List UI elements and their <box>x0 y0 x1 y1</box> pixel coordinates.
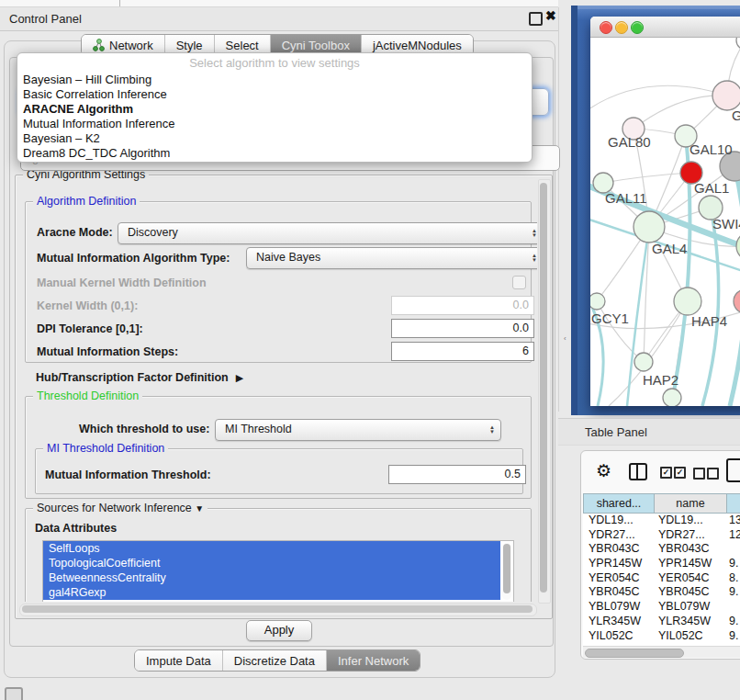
table-row[interactable]: YLR345WYLR345W9. <box>583 615 740 629</box>
mi-threshold-field[interactable]: 0.5 <box>388 465 526 484</box>
table-row[interactable]: YDL19...YDL19...13 <box>583 514 740 528</box>
tab-infer-network[interactable]: Infer Network <box>326 650 420 671</box>
list-item[interactable]: BetweennessCentrality <box>43 570 500 585</box>
tab-discretize-data[interactable]: Discretize Data <box>222 650 326 671</box>
minimize-window-icon[interactable] <box>615 21 628 34</box>
split-view-icon[interactable] <box>629 463 647 480</box>
table-cell[interactable]: 13 <box>727 514 740 528</box>
settings-vertical-scrollbar[interactable] <box>538 179 551 604</box>
kernel-width-field[interactable]: 0.0 <box>391 296 534 315</box>
table-cell[interactable]: 8. <box>727 571 740 586</box>
table-cell[interactable]: YER054C <box>583 571 655 586</box>
scrollbar-thumb[interactable] <box>503 544 510 593</box>
network-node[interactable] <box>633 211 665 243</box>
table-cell[interactable] <box>727 600 740 615</box>
attributes-scrollbar[interactable] <box>502 543 511 600</box>
select-all-icon[interactable]: ✓ <box>674 467 686 479</box>
collapsed-panel-icon[interactable] <box>5 687 23 700</box>
manual-kernel-checkbox[interactable] <box>512 276 526 289</box>
sources-legend[interactable]: Sources for Network Inference ▼ <box>33 502 207 514</box>
data-attributes-list[interactable]: SelfLoops TopologicalCoefficient Between… <box>42 540 514 602</box>
table-row[interactable]: YBR043CYBR043C <box>583 542 740 557</box>
list-item[interactable]: SelfLoops <box>43 541 500 556</box>
mi-steps-field[interactable]: 6 <box>391 342 534 361</box>
gear-icon[interactable]: ⚙ <box>596 460 611 481</box>
table-row[interactable]: YER054CYER054C8. <box>583 571 740 586</box>
table-cell[interactable]: YLR345W <box>655 615 727 629</box>
table-cell[interactable]: 9. <box>727 557 740 571</box>
splitter-collapse-icon[interactable]: ‹ <box>564 334 566 343</box>
table-cell[interactable]: YLR345W <box>583 615 655 629</box>
network-node[interactable] <box>674 288 701 315</box>
apply-button[interactable]: Apply <box>246 620 312 641</box>
zoom-window-icon[interactable] <box>631 21 644 34</box>
column-header-shared-name[interactable]: shared... <box>583 493 655 514</box>
table-cell[interactable]: 9. <box>727 615 740 629</box>
table-cell[interactable]: YIL052C <box>655 629 727 644</box>
menu-item-highlighted[interactable]: ARACNE Algorithm <box>23 102 133 116</box>
hub-definition-disclosure[interactable]: Hub/Transcription Factor Definition▶ <box>36 368 243 385</box>
table-cell[interactable]: YBR043C <box>583 542 655 557</box>
dpi-tolerance-field[interactable]: 0.0 <box>391 319 534 338</box>
network-window[interactable]: GALGAL80GAL10GAL1GAL11SWI4GAL4GCY1HAP4YH… <box>590 17 740 406</box>
close-panel-button[interactable]: ✖ <box>545 8 556 23</box>
network-node[interactable] <box>590 293 605 310</box>
float-panel-button[interactable] <box>529 12 543 26</box>
deselect-all-icon[interactable] <box>693 468 705 480</box>
table-cell[interactable]: YPR145W <box>583 557 655 571</box>
network-node[interactable] <box>634 353 653 371</box>
scrollbar-thumb[interactable] <box>22 605 533 613</box>
network-node[interactable] <box>736 38 740 50</box>
scrollbar-thumb[interactable] <box>540 183 547 593</box>
table-cell[interactable]: 9. <box>727 585 740 600</box>
table-cell[interactable]: YBR045C <box>655 585 727 600</box>
network-node[interactable] <box>734 289 740 313</box>
table-cell[interactable]: YPR145W <box>655 557 727 571</box>
table-cell[interactable]: YDL19... <box>583 514 655 528</box>
document-icon[interactable] <box>726 458 740 482</box>
table-cell[interactable]: 12 <box>727 528 740 543</box>
menu-item[interactable]: Dream8 DC_TDC Algorithm <box>23 146 170 160</box>
column-header-partial[interactable] <box>727 493 740 514</box>
table-cell[interactable]: YDL19... <box>655 514 727 528</box>
list-item[interactable]: TopologicalCoefficient <box>43 556 500 570</box>
scrollbar-thumb[interactable] <box>585 649 684 658</box>
menu-item[interactable]: Mutual Information Inference <box>23 117 174 130</box>
table-cell[interactable]: YBR045C <box>583 585 655 600</box>
table-row[interactable]: YPR145WYPR145W9. <box>583 557 740 571</box>
network-node[interactable] <box>663 389 681 406</box>
table-row[interactable]: YDR27...YDR27...12 <box>583 528 740 543</box>
select-all-icon[interactable]: ✓ <box>660 467 672 479</box>
panel-splitter[interactable] <box>558 7 559 412</box>
table-cell[interactable]: YIL052C <box>583 629 655 644</box>
which-threshold-combobox[interactable]: MI Threshold ▲▼ <box>215 419 501 441</box>
deselect-all-icon[interactable] <box>707 468 719 480</box>
close-window-icon[interactable] <box>600 21 612 34</box>
table-body[interactable]: YDL19...YDL19...13YDR27...YDR27...12YBR0… <box>583 514 740 646</box>
network-canvas[interactable]: GALGAL80GAL10GAL1GAL11SWI4GAL4GCY1HAP4YH… <box>590 38 740 406</box>
table-cell[interactable]: YBL079W <box>655 600 727 615</box>
table-row[interactable]: YBR045CYBR045C9. <box>583 585 740 600</box>
table-cell[interactable]: 9. <box>727 629 740 644</box>
menu-item[interactable]: Basic Correlation Inference <box>23 87 167 101</box>
settings-horizontal-scrollbar[interactable] <box>19 604 537 616</box>
menu-item[interactable]: Bayesian – K2 <box>23 131 100 145</box>
table-cell[interactable]: YBL079W <box>583 600 655 615</box>
network-node[interactable] <box>712 81 740 110</box>
table-cell[interactable]: YDR27... <box>583 528 655 543</box>
table-cell[interactable] <box>727 542 740 557</box>
table-row[interactable]: YIL052CYIL052C9. <box>583 629 740 644</box>
aracne-mode-combobox[interactable]: Discovery ▲▼ <box>118 222 537 244</box>
table-row[interactable]: YBL079WYBL079W <box>583 600 740 615</box>
network-window-titlebar[interactable] <box>590 17 740 38</box>
table-cell[interactable]: YBR043C <box>655 542 727 557</box>
tab-impute-data[interactable]: Impute Data <box>135 650 222 671</box>
table-horizontal-scrollbar[interactable] <box>583 646 740 658</box>
menu-item[interactable]: Bayesian – Hill Climbing <box>23 73 151 86</box>
list-item[interactable]: gal4RGexp <box>43 585 500 600</box>
network-node[interactable] <box>736 231 740 261</box>
table-cell[interactable]: YDR27... <box>655 528 727 543</box>
table-cell[interactable]: YER054C <box>655 571 727 586</box>
column-header-name[interactable]: name <box>655 493 727 514</box>
mi-type-combobox[interactable]: Naive Bayes ▲▼ <box>246 247 537 269</box>
